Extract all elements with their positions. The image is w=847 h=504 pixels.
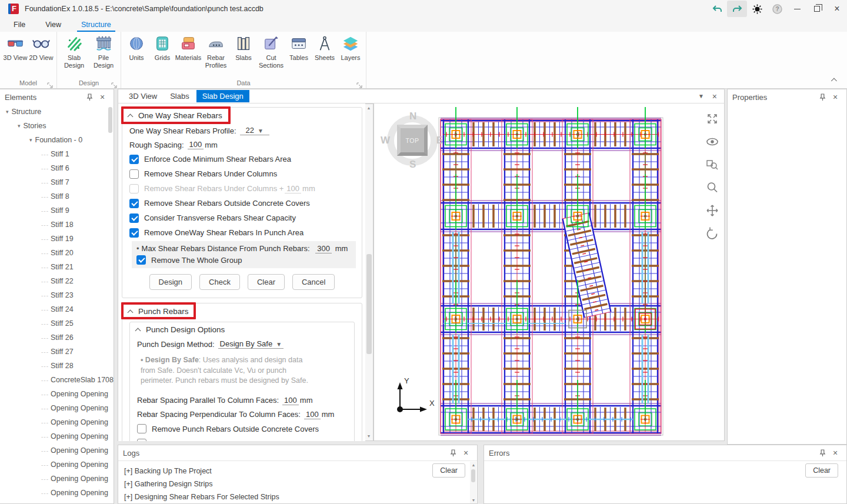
ribbon-button-sheets[interactable]: Sheets — [312, 34, 338, 77]
drawing-viewport[interactable]: N S W E TOP Y X — [374, 104, 725, 441]
tree-item-stiff-18[interactable]: ---Stiff 18 — [0, 218, 114, 232]
view-tab-3d-view[interactable]: 3D View — [123, 90, 163, 102]
ribbon-button-pile-design[interactable]: Pile Design — [89, 34, 118, 77]
one-way-check-remove-shear-rebars-outside-concrete-covers[interactable]: Remove Shear Rebars Outside Concrete Cov… — [122, 196, 362, 211]
errors-clear-button[interactable]: Clear — [805, 463, 838, 478]
log-entry[interactable]: [+] Gathering Design Strips — [124, 478, 471, 490]
checkbox-unchecked-icon[interactable] — [129, 169, 139, 179]
close-icon[interactable]: × — [829, 447, 842, 459]
logs-clear-button[interactable]: Clear — [432, 463, 465, 478]
checkbox-checked-icon[interactable] — [129, 155, 139, 164]
visibility-button[interactable] — [704, 133, 721, 150]
tree-item-opening-opening[interactable]: ---Opening Opening — [0, 472, 114, 486]
checkbox-checked-icon[interactable] — [129, 228, 139, 238]
ribbon-button-rebar-profiles[interactable]: Rebar Profiles — [201, 34, 231, 77]
one-way-check-consider-transverse-rebars-shear-capacity[interactable]: Consider Transverse Rebars Shear Capacit… — [122, 211, 362, 225]
tree-item-stiff-9[interactable]: ---Stiff 9 — [0, 203, 114, 218]
restore-button[interactable] — [807, 1, 827, 17]
undo-button[interactable] — [707, 1, 727, 17]
tree-item-foundation-0[interactable]: ▾Foundation - 0 — [0, 133, 114, 147]
check-button[interactable]: Check — [199, 274, 240, 290]
tree-item-stiff-27[interactable]: ---Stiff 27 — [0, 345, 114, 359]
one-way-check-remove-shear-rebars-under-columns[interactable]: Remove Shear Rebars Under Columns — [122, 166, 362, 181]
tree-item-opening-opening[interactable]: ---Opening Opening — [0, 443, 114, 458]
dialog-launcher-icon[interactable] — [356, 80, 362, 86]
punch-options-header[interactable]: Punch Design Options — [130, 322, 354, 337]
zoom-button[interactable] — [704, 179, 721, 196]
perpendicular-spacing-input[interactable]: 100 — [304, 410, 321, 419]
profile-dropdown[interactable]: 22▼ — [240, 126, 269, 135]
zoom-window-button[interactable] — [704, 156, 721, 173]
checkbox-unchecked-icon[interactable] — [137, 439, 146, 441]
checkbox-disabled-icon[interactable] — [129, 184, 139, 193]
dialog-launcher-icon[interactable] — [47, 80, 53, 86]
ribbon-button-tables[interactable]: Tables — [286, 34, 312, 77]
tree-item-stiff-8[interactable]: ---Stiff 8 — [0, 189, 114, 203]
expander-icon[interactable]: ▾ — [29, 137, 32, 143]
checkbox-checked-icon[interactable] — [129, 213, 139, 223]
ribbon-button-layers[interactable]: Layers — [338, 34, 364, 77]
tree-item-opening-opening[interactable]: ---Opening Opening — [0, 486, 114, 500]
expander-icon[interactable]: ▾ — [6, 109, 9, 115]
ribbon-button-cut-sections[interactable]: Cut Sections — [256, 34, 286, 77]
close-icon[interactable]: × — [829, 91, 842, 103]
dialog-launcher-icon[interactable] — [111, 80, 117, 86]
tree-item-stiff-26[interactable]: ---Stiff 26 — [0, 331, 114, 345]
ribbon-button-3d-view[interactable]: 3D View — [2, 34, 28, 77]
pin-icon[interactable] — [446, 447, 459, 459]
menu-tab-file[interactable]: File — [4, 19, 35, 32]
options-scrollbar[interactable]: ▲ ▼ — [365, 104, 374, 441]
punch-check-remove-punch-rebars-under-columns[interactable]: Remove Punch Rebars Under Columns — [130, 436, 354, 442]
design-button[interactable]: Design — [149, 274, 192, 290]
one-way-check-remove-oneway-shear-rebars-in-punch-area[interactable]: Remove OneWay Shear Rebars In Punch Area — [122, 225, 362, 240]
tree-item-stiff-28[interactable]: ---Stiff 28 — [0, 359, 114, 373]
punch-method-dropdown[interactable]: Design By Safe▼ — [218, 339, 284, 349]
punch-section-header[interactable]: Punch Rebars — [122, 303, 362, 319]
tree-item-concreteslab-1708[interactable]: ---ConcreteSlab 1708 — [0, 373, 114, 387]
tree-item-stiff-24[interactable]: ---Stiff 24 — [0, 302, 114, 316]
expander-icon[interactable]: ▾ — [18, 123, 21, 129]
zoom-extents-button[interactable] — [704, 111, 721, 127]
view-tab-slab-design[interactable]: Slab Design — [196, 90, 249, 102]
tree-item-stiff-7[interactable]: ---Stiff 7 — [0, 175, 114, 189]
parallel-spacing-input[interactable]: 100 — [282, 396, 299, 405]
one-way-check-remove-the-whole-group[interactable]: Remove The Whole Group — [136, 253, 351, 265]
tree-item-structure[interactable]: ▾Structure — [0, 105, 114, 119]
pin-icon[interactable] — [83, 91, 96, 103]
log-entry[interactable]: [+] Designing Shear Rebars For Selected … — [124, 490, 471, 503]
pin-icon[interactable] — [816, 91, 829, 103]
tab-menu-icon[interactable]: ▼ — [698, 93, 704, 99]
inline-value[interactable]: 100 — [285, 184, 301, 193]
pan-button[interactable] — [704, 202, 721, 219]
ribbon-button-slabs[interactable]: Slabs — [231, 34, 256, 77]
menu-tab-structure[interactable]: Structure — [71, 19, 121, 32]
tree-item-stiff-6[interactable]: ---Stiff 6 — [0, 161, 114, 175]
checkbox-checked-icon[interactable] — [129, 199, 139, 208]
tree-item-opening-opening[interactable]: ---Opening Opening — [0, 401, 114, 415]
rotate-view-button[interactable] — [704, 225, 721, 242]
tree-item-stiff-1[interactable]: ---Stiff 1 — [0, 147, 114, 161]
tree-item-stiff-21[interactable]: ---Stiff 21 — [0, 260, 114, 274]
tree-item-stiff-19[interactable]: ---Stiff 19 — [0, 232, 114, 246]
menu-tab-view[interactable]: View — [35, 19, 71, 32]
cancel-button[interactable]: Cancel — [292, 274, 335, 290]
minimize-button[interactable] — [787, 1, 807, 17]
one-way-section-header[interactable]: One Way Shear Rebars — [122, 108, 362, 124]
one-way-check-remove-shear-rebars-under-columns[interactable]: Remove Shear Rebars Under Columns + 100m… — [122, 181, 362, 196]
max-distance-input[interactable]: 300 — [315, 244, 332, 253]
logs-scrollbar[interactable]: ▲ ▼ — [470, 462, 476, 504]
log-entry[interactable]: [+] Backing Up The Project — [124, 465, 471, 478]
view-cube-top-face[interactable]: TOP — [397, 125, 428, 156]
tree-item-stories[interactable]: ▾Stories — [0, 119, 114, 133]
redo-button[interactable] — [727, 1, 747, 17]
clear-button[interactable]: Clear — [248, 274, 285, 290]
tree-item-stiff-22[interactable]: ---Stiff 22 — [0, 274, 114, 288]
ribbon-button-grids[interactable]: Grids — [149, 34, 175, 77]
close-icon[interactable]: × — [459, 447, 472, 459]
view-tab-slabs[interactable]: Slabs — [164, 90, 195, 102]
tree-item-stiff-23[interactable]: ---Stiff 23 — [0, 288, 114, 302]
ribbon-button-slab-design[interactable]: Slab Design — [59, 34, 89, 77]
ribbon-collapse-button[interactable] — [827, 76, 839, 85]
rough-spacing-input[interactable]: 100 — [188, 140, 204, 149]
tree-item-opening-opening[interactable]: ---Opening Opening — [0, 429, 114, 443]
